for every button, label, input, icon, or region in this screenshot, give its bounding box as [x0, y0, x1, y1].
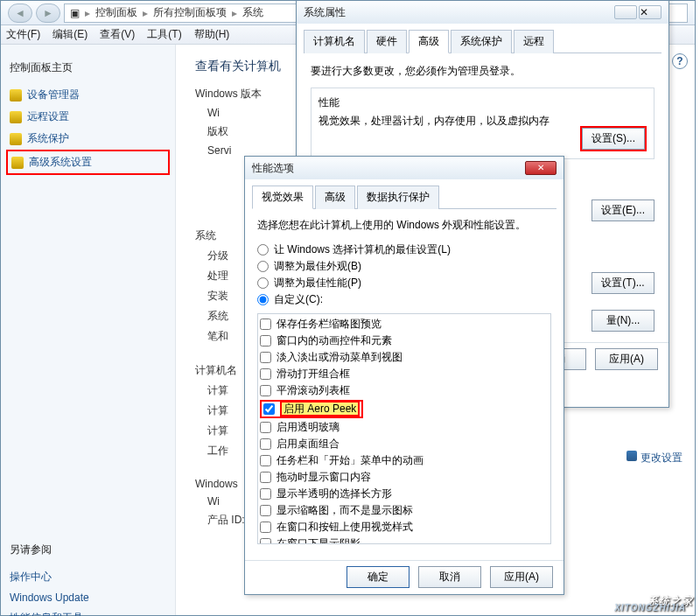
checkbox-label: 窗口内的动画控件和元素: [276, 333, 392, 348]
perf-settings-button[interactable]: 设置(S)...: [582, 128, 645, 150]
checkbox-input[interactable]: [260, 422, 271, 433]
tab-visual-effects[interactable]: 视觉效果: [252, 186, 313, 209]
checkbox-label: 滑动打开组合框: [276, 367, 350, 382]
close-button[interactable]: ✕: [639, 5, 662, 19]
checkbox-input[interactable]: [260, 335, 271, 346]
see-also-windows-update[interactable]: Windows Update: [6, 588, 170, 607]
see-also-title: 另请参阅: [10, 542, 166, 557]
checkbox-input[interactable]: [260, 538, 271, 544]
checklist-item[interactable]: 保存任务栏缩略图预览: [260, 316, 549, 332]
checkbox-input[interactable]: [260, 318, 271, 330]
radio-input[interactable]: [257, 294, 269, 305]
sidebar-item-protection[interactable]: 系统保护: [6, 128, 170, 150]
checkbox-input[interactable]: [260, 505, 271, 516]
checkbox-input[interactable]: [260, 472, 271, 483]
apply-button[interactable]: 应用(A): [595, 348, 658, 370]
sidebar: 控制面板主页 设备管理器 远程设置 系统保护 高级系统设置 另请参阅 操作中心 …: [1, 45, 176, 615]
ok-button[interactable]: 确定: [346, 566, 410, 588]
sidebar-item-label: 系统保护: [27, 131, 69, 146]
change-settings-link[interactable]: 更改设置: [626, 451, 682, 466]
nav-forward-button[interactable]: ►: [36, 4, 60, 23]
checkbox-label: 拖动时显示窗口内容: [276, 470, 371, 485]
radio-label: 让 Windows 选择计算机的最佳设置(L): [274, 242, 451, 257]
checklist-item[interactable]: 任务栏和「开始」菜单中的动画: [260, 452, 549, 469]
checkbox-input[interactable]: [260, 522, 271, 533]
breadcrumb[interactable]: 控制面板: [95, 5, 137, 20]
radio-input[interactable]: [257, 277, 269, 289]
radio-option[interactable]: 自定义(C):: [257, 291, 551, 308]
sidebar-item-device-manager[interactable]: 设备管理器: [6, 84, 170, 106]
tab-hardware[interactable]: 硬件: [367, 30, 407, 53]
checklist-item[interactable]: 显示半透明的选择长方形: [260, 486, 549, 502]
shield-icon: [10, 111, 22, 123]
shield-icon: [626, 451, 637, 461]
checkbox-input[interactable]: [260, 385, 271, 396]
checkbox-input[interactable]: [260, 352, 271, 363]
checklist-item[interactable]: 显示缩略图，而不是显示图标: [260, 502, 549, 519]
radio-label: 调整为最佳外观(B): [274, 259, 361, 274]
help-button[interactable]: [614, 5, 637, 19]
menu-edit[interactable]: 编辑(E): [52, 27, 88, 42]
path-icon: ▣: [70, 7, 80, 19]
checklist-item[interactable]: 启用透明玻璃: [260, 419, 549, 436]
checklist-item[interactable]: 滑动打开组合框: [260, 366, 549, 382]
checkbox-input[interactable]: [260, 455, 271, 466]
radio-option[interactable]: 调整为最佳外观(B): [257, 258, 551, 275]
help-icon[interactable]: ?: [672, 53, 688, 69]
sidebar-item-advanced[interactable]: 高级系统设置: [6, 150, 170, 175]
envvars-button[interactable]: 量(N)...: [592, 310, 654, 332]
nav-back-button[interactable]: ◄: [8, 4, 32, 23]
dialog-title: 性能选项: [252, 161, 294, 176]
dialog-titlebar: 性能选项 ✕: [245, 157, 564, 179]
checkbox-input[interactable]: [260, 438, 271, 450]
checkbox-label: 显示半透明的选择长方形: [276, 486, 392, 501]
radio-input[interactable]: [257, 261, 269, 272]
userprofile-settings-button[interactable]: 设置(E)...: [592, 200, 654, 221]
close-button[interactable]: ✕: [525, 161, 556, 175]
tab-remote[interactable]: 远程: [514, 30, 554, 53]
cancel-button[interactable]: 取消: [418, 566, 481, 588]
checklist-item[interactable]: 平滑滚动列表框: [260, 382, 549, 399]
tab-computer-name[interactable]: 计算机名: [304, 30, 365, 53]
checkbox-label: 显示缩略图，而不是显示图标: [276, 503, 413, 518]
checklist-item[interactable]: 淡入淡出或滑动菜单到视图: [260, 349, 549, 366]
checkbox-input[interactable]: [260, 368, 271, 380]
tab-advanced[interactable]: 高级: [315, 186, 355, 209]
checklist-item[interactable]: 在窗口和按钮上使用视觉样式: [260, 519, 549, 536]
radio-label: 调整为最佳性能(P): [274, 276, 361, 290]
menu-view[interactable]: 查看(V): [100, 27, 135, 42]
radio-input[interactable]: [257, 244, 269, 256]
apply-button[interactable]: 应用(A): [490, 566, 553, 588]
checkbox-input[interactable]: [263, 403, 275, 415]
radio-option[interactable]: 让 Windows 选择计算机的最佳设置(L): [257, 242, 551, 258]
sidebar-item-remote[interactable]: 远程设置: [6, 106, 170, 128]
radio-option[interactable]: 调整为最佳性能(P): [257, 275, 551, 291]
effects-checklist[interactable]: 保存任务栏缩略图预览窗口内的动画控件和元素淡入淡出或滑动菜单到视图滑动打开组合框…: [257, 313, 551, 544]
checklist-item[interactable]: 拖动时显示窗口内容: [260, 469, 549, 486]
shield-icon: [10, 89, 22, 102]
sidebar-item-label: 设备管理器: [27, 88, 80, 102]
startup-settings-button[interactable]: 设置(T)...: [592, 272, 654, 294]
breadcrumb[interactable]: 所有控制面板项: [153, 5, 227, 20]
watermark: 系统之家 XITONGZHIJIA: [648, 592, 693, 609]
tab-protection[interactable]: 系统保护: [451, 30, 512, 53]
tab-dep[interactable]: 数据执行保护: [357, 186, 439, 209]
sidebar-item-label: 性能信息和工具: [10, 611, 83, 616]
menu-file[interactable]: 文件(F): [6, 27, 40, 42]
see-also-action-center[interactable]: 操作中心: [6, 566, 170, 588]
tab-advanced[interactable]: 高级: [409, 30, 449, 53]
menu-help[interactable]: 帮助(H): [194, 27, 230, 42]
menu-tools[interactable]: 工具(T): [147, 27, 181, 42]
checklist-item[interactable]: 启用桌面组合: [260, 436, 549, 452]
checklist-item[interactable]: 在窗口下显示阴影: [260, 536, 549, 544]
perfopts-footer: 确定 取消 应用(A): [245, 560, 564, 597]
see-also-perf-info[interactable]: 性能信息和工具: [6, 607, 170, 616]
checklist-item[interactable]: 窗口内的动画控件和元素: [260, 332, 549, 349]
tab-content-visual-effects: 选择您想在此计算机上使用的 Windows 外观和性能设置。 让 Windows…: [245, 209, 564, 560]
checkbox-label: 在窗口和按钮上使用视觉样式: [276, 520, 413, 535]
checkbox-label: 任务栏和「开始」菜单中的动画: [276, 453, 424, 468]
sidebar-item-label: 远程设置: [27, 109, 69, 124]
checklist-item[interactable]: 启用 Aero Peek: [260, 399, 549, 419]
breadcrumb[interactable]: 系统: [242, 5, 263, 20]
checkbox-input[interactable]: [260, 488, 271, 500]
